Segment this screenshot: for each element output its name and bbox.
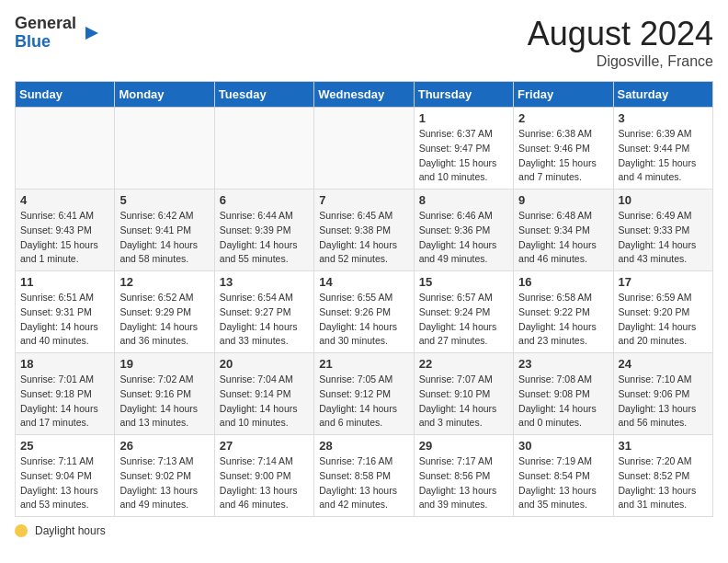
- calendar-cell: 16Sunrise: 6:58 AM Sunset: 9:22 PM Dayli…: [514, 271, 613, 353]
- day-info: Sunrise: 7:16 AM Sunset: 8:58 PM Dayligh…: [319, 454, 408, 512]
- day-number: 15: [419, 275, 508, 289]
- day-info: Sunrise: 6:54 AM Sunset: 9:27 PM Dayligh…: [220, 291, 309, 349]
- day-number: 5: [119, 193, 209, 207]
- day-info: Sunrise: 7:13 AM Sunset: 9:02 PM Dayligh…: [119, 454, 209, 512]
- day-info: Sunrise: 6:55 AM Sunset: 9:26 PM Dayligh…: [319, 291, 408, 349]
- calendar-cell: 12Sunrise: 6:52 AM Sunset: 9:29 PM Dayli…: [115, 271, 214, 353]
- day-number: 24: [619, 357, 708, 371]
- calendar-cell: 4Sunrise: 6:41 AM Sunset: 9:43 PM Daylig…: [16, 190, 115, 271]
- day-info: Sunrise: 6:48 AM Sunset: 9:34 PM Dayligh…: [518, 209, 608, 267]
- day-info: Sunrise: 6:37 AM Sunset: 9:47 PM Dayligh…: [419, 127, 508, 185]
- day-number: 17: [619, 275, 708, 289]
- calendar-cell: 26Sunrise: 7:13 AM Sunset: 9:02 PM Dayli…: [115, 435, 214, 517]
- day-info: Sunrise: 6:44 AM Sunset: 9:39 PM Dayligh…: [220, 209, 309, 267]
- calendar-cell: 3Sunrise: 6:39 AM Sunset: 9:44 PM Daylig…: [613, 108, 712, 190]
- day-number: 21: [319, 357, 408, 371]
- day-info: Sunrise: 6:45 AM Sunset: 9:38 PM Dayligh…: [319, 209, 408, 267]
- calendar-cell: 27Sunrise: 7:14 AM Sunset: 9:00 PM Dayli…: [214, 435, 313, 517]
- day-number: 30: [518, 439, 608, 453]
- page-header: General Blue August 2024 Digosville, Fra…: [15, 15, 713, 70]
- sun-icon: [15, 524, 28, 537]
- calendar-cell: 21Sunrise: 7:05 AM Sunset: 9:12 PM Dayli…: [314, 353, 414, 435]
- day-number: 9: [518, 193, 608, 207]
- day-number: 22: [419, 357, 508, 371]
- day-info: Sunrise: 7:20 AM Sunset: 8:52 PM Dayligh…: [619, 454, 708, 512]
- calendar-cell: 24Sunrise: 7:10 AM Sunset: 9:06 PM Dayli…: [613, 353, 712, 435]
- calendar-cell: 5Sunrise: 6:42 AM Sunset: 9:41 PM Daylig…: [115, 190, 214, 271]
- logo-arrow-icon: [82, 23, 102, 43]
- logo: General Blue: [15, 15, 102, 52]
- day-number: 2: [518, 111, 608, 125]
- day-info: Sunrise: 7:01 AM Sunset: 9:18 PM Dayligh…: [20, 373, 109, 431]
- calendar-cell: [16, 108, 115, 190]
- calendar-title: August 2024: [528, 15, 713, 53]
- day-info: Sunrise: 6:57 AM Sunset: 9:24 PM Dayligh…: [419, 291, 508, 349]
- calendar-cell: 11Sunrise: 6:51 AM Sunset: 9:31 PM Dayli…: [16, 271, 115, 353]
- day-info: Sunrise: 7:14 AM Sunset: 9:00 PM Dayligh…: [220, 454, 309, 512]
- day-number: 10: [619, 193, 708, 207]
- calendar-location: Digosville, France: [528, 53, 713, 70]
- day-number: 31: [619, 439, 708, 453]
- calendar-cell: [314, 108, 414, 190]
- day-info: Sunrise: 6:51 AM Sunset: 9:31 PM Dayligh…: [20, 291, 109, 349]
- day-number: 23: [518, 357, 608, 371]
- weekday-header-friday: Friday: [514, 82, 613, 108]
- day-info: Sunrise: 6:38 AM Sunset: 9:46 PM Dayligh…: [518, 127, 608, 185]
- calendar-week-4: 18Sunrise: 7:01 AM Sunset: 9:18 PM Dayli…: [16, 353, 713, 435]
- day-number: 20: [220, 357, 309, 371]
- calendar-cell: 1Sunrise: 6:37 AM Sunset: 9:47 PM Daylig…: [414, 108, 513, 190]
- day-number: 8: [419, 193, 508, 207]
- calendar-cell: 22Sunrise: 7:07 AM Sunset: 9:10 PM Dayli…: [414, 353, 513, 435]
- calendar-cell: [115, 108, 214, 190]
- day-info: Sunrise: 7:10 AM Sunset: 9:06 PM Dayligh…: [619, 373, 708, 431]
- day-info: Sunrise: 7:17 AM Sunset: 8:56 PM Dayligh…: [419, 454, 508, 512]
- day-number: 13: [220, 275, 309, 289]
- logo-general: General: [15, 15, 76, 33]
- calendar-cell: 23Sunrise: 7:08 AM Sunset: 9:08 PM Dayli…: [514, 353, 613, 435]
- title-block: August 2024 Digosville, France: [528, 15, 713, 70]
- calendar-cell: 28Sunrise: 7:16 AM Sunset: 8:58 PM Dayli…: [314, 435, 414, 517]
- day-number: 14: [319, 275, 408, 289]
- day-info: Sunrise: 7:05 AM Sunset: 9:12 PM Dayligh…: [319, 373, 408, 431]
- day-info: Sunrise: 7:02 AM Sunset: 9:16 PM Dayligh…: [119, 373, 209, 431]
- day-info: Sunrise: 6:49 AM Sunset: 9:33 PM Dayligh…: [619, 209, 708, 267]
- logo-blue: Blue: [15, 33, 76, 52]
- day-info: Sunrise: 6:58 AM Sunset: 9:22 PM Dayligh…: [518, 291, 608, 349]
- calendar-header-row: SundayMondayTuesdayWednesdayThursdayFrid…: [16, 82, 713, 108]
- calendar-week-2: 4Sunrise: 6:41 AM Sunset: 9:43 PM Daylig…: [16, 190, 713, 271]
- weekday-header-saturday: Saturday: [613, 82, 712, 108]
- day-info: Sunrise: 6:59 AM Sunset: 9:20 PM Dayligh…: [619, 291, 708, 349]
- day-info: Sunrise: 6:52 AM Sunset: 9:29 PM Dayligh…: [119, 291, 209, 349]
- calendar-cell: 19Sunrise: 7:02 AM Sunset: 9:16 PM Dayli…: [115, 353, 214, 435]
- day-info: Sunrise: 7:04 AM Sunset: 9:14 PM Dayligh…: [220, 373, 309, 431]
- weekday-header-monday: Monday: [115, 82, 214, 108]
- day-info: Sunrise: 7:07 AM Sunset: 9:10 PM Dayligh…: [419, 373, 508, 431]
- calendar-week-1: 1Sunrise: 6:37 AM Sunset: 9:47 PM Daylig…: [16, 108, 713, 190]
- day-number: 1: [419, 111, 508, 125]
- day-number: 25: [20, 439, 109, 453]
- calendar-cell: 31Sunrise: 7:20 AM Sunset: 8:52 PM Dayli…: [613, 435, 712, 517]
- calendar-cell: 2Sunrise: 6:38 AM Sunset: 9:46 PM Daylig…: [514, 108, 613, 190]
- day-number: 29: [419, 439, 508, 453]
- calendar-table: SundayMondayTuesdayWednesdayThursdayFrid…: [15, 81, 713, 517]
- calendar-week-5: 25Sunrise: 7:11 AM Sunset: 9:04 PM Dayli…: [16, 435, 713, 517]
- calendar-cell: 17Sunrise: 6:59 AM Sunset: 9:20 PM Dayli…: [613, 271, 712, 353]
- calendar-cell: 14Sunrise: 6:55 AM Sunset: 9:26 PM Dayli…: [314, 271, 414, 353]
- calendar-cell: 10Sunrise: 6:49 AM Sunset: 9:33 PM Dayli…: [613, 190, 712, 271]
- day-info: Sunrise: 6:39 AM Sunset: 9:44 PM Dayligh…: [619, 127, 708, 185]
- weekday-header-wednesday: Wednesday: [314, 82, 414, 108]
- calendar-cell: 9Sunrise: 6:48 AM Sunset: 9:34 PM Daylig…: [514, 190, 613, 271]
- weekday-header-sunday: Sunday: [16, 82, 115, 108]
- day-number: 16: [518, 275, 608, 289]
- calendar-cell: 29Sunrise: 7:17 AM Sunset: 8:56 PM Dayli…: [414, 435, 513, 517]
- calendar-cell: 8Sunrise: 6:46 AM Sunset: 9:36 PM Daylig…: [414, 190, 513, 271]
- day-number: 12: [119, 275, 209, 289]
- day-info: Sunrise: 6:46 AM Sunset: 9:36 PM Dayligh…: [419, 209, 508, 267]
- day-number: 19: [119, 357, 209, 371]
- day-number: 6: [220, 193, 309, 207]
- day-number: 26: [119, 439, 209, 453]
- daylight-label: Daylight hours: [35, 524, 106, 537]
- day-info: Sunrise: 6:41 AM Sunset: 9:43 PM Dayligh…: [20, 209, 109, 267]
- calendar-cell: [214, 108, 313, 190]
- day-number: 11: [20, 275, 109, 289]
